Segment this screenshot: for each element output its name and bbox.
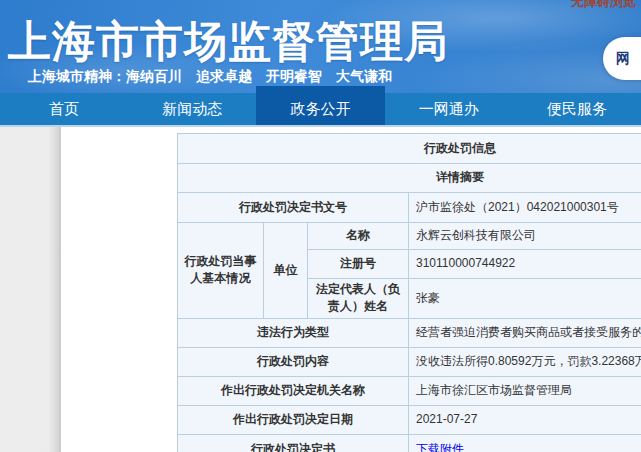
nav-item-news[interactable]: 新闻动态 xyxy=(128,93,256,125)
doc-no-value: 沪市监徐处（2021）042021000301号 xyxy=(409,193,641,223)
party-basic-info-label: 行政处罚当事人基本情况 xyxy=(178,223,264,319)
table-subtitle: 详情摘要 xyxy=(178,164,641,193)
nav-item-home[interactable]: 首页 xyxy=(0,93,128,125)
authority-value: 上海市徐汇区市场监督管理局 xyxy=(409,376,641,405)
accessibility-link[interactable]: 无障碍浏览 xyxy=(571,0,636,11)
violation-type-label: 违法行为类型 xyxy=(178,318,409,347)
legal-rep-label: 法定代表人（负责人）姓名 xyxy=(308,279,409,319)
penalty-info-table: 行政处罚信息 详情摘要 行政处罚决定书文号 沪市监徐处（2021）0420210… xyxy=(177,133,641,452)
name-value: 永辉云创科技有限公司 xyxy=(409,223,641,250)
left-gutter xyxy=(0,127,61,452)
table-title: 行政处罚信息 xyxy=(178,134,641,164)
violation-type-value: 经营者强迫消费者购买商品或者接受服务的 xyxy=(409,318,641,347)
content-top-divider xyxy=(0,125,641,127)
reg-no-value: 310110000744922 xyxy=(409,250,641,279)
authority-label: 作出行政处罚决定机关名称 xyxy=(178,376,409,405)
main-nav: 首页 新闻动态 政务公开 一网通办 便民服务 xyxy=(0,93,641,125)
decision-doc-label: 行政处罚决定书 xyxy=(178,434,409,452)
unit-label: 单位 xyxy=(264,223,308,319)
legal-rep-value: 张豪 xyxy=(409,279,641,319)
doc-no-label: 行政处罚决定书文号 xyxy=(178,193,409,223)
floating-site-button[interactable]: 网 xyxy=(603,37,641,80)
page: 上海市市场监督管理局 上海城市精神：海纳百川 追求卓越 开明睿智 大气谦和 无障… xyxy=(0,0,641,452)
decision-date-label: 作出行政处罚决定日期 xyxy=(178,405,409,434)
decision-date-value: 2021-07-27 xyxy=(409,405,641,434)
site-banner: 上海市市场监督管理局 上海城市精神：海纳百川 追求卓越 开明睿智 大气谦和 无障… xyxy=(0,0,641,93)
site-title: 上海市市场监督管理局 xyxy=(8,13,448,71)
reg-no-label: 注册号 xyxy=(308,250,409,279)
floating-site-button-label: 网 xyxy=(616,50,630,68)
nav-item-one-stop[interactable]: 一网通办 xyxy=(385,93,513,125)
nav-item-gov-affairs[interactable]: 政务公开 xyxy=(256,93,384,125)
nav-item-services[interactable]: 便民服务 xyxy=(513,93,641,125)
download-attachment-link[interactable]: 下载附件 xyxy=(416,442,464,452)
decision-doc-value: 下载附件 xyxy=(409,434,641,452)
penalty-content-value: 没收违法所得0.80592万元，罚款3.22368万元 xyxy=(409,347,641,376)
name-label: 名称 xyxy=(308,223,409,250)
city-spirit-slogan: 上海城市精神：海纳百川 追求卓越 开明睿智 大气谦和 xyxy=(28,68,392,86)
penalty-content-label: 行政处罚内容 xyxy=(178,347,409,376)
